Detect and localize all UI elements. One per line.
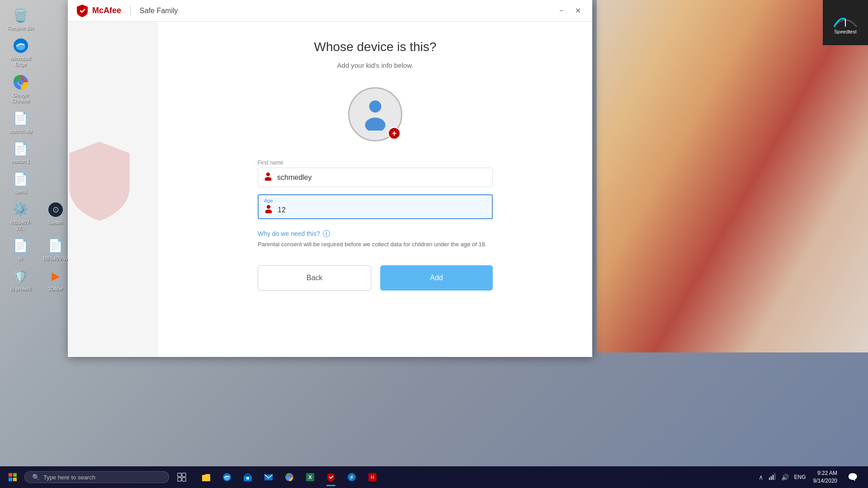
svg-point-8	[365, 117, 385, 131]
taskbar: 🔍 Type here to search	[0, 466, 868, 488]
page-title: Whose device is this?	[314, 40, 437, 54]
why-info-text: Parental consent will be required before…	[258, 240, 493, 249]
svg-point-11	[267, 205, 270, 209]
svg-rect-16	[9, 478, 12, 481]
back-button[interactable]: Back	[258, 265, 371, 291]
scitech-icon: 📄	[12, 109, 30, 127]
specs-icon: 📄	[12, 170, 30, 188]
tray-volume-icon[interactable]: 🔊	[779, 472, 791, 483]
specs-label: specs	[14, 189, 27, 195]
taskbar-search-icon: 🔍	[32, 474, 40, 481]
desktop-icon-recycle-bin[interactable]: 🗑️ Recycle Bin	[4, 4, 38, 34]
icon-row-rbs-steam: ⚙️ RBS40V-V2... ⊙ Steam	[4, 198, 72, 234]
icon-row-fs-rbs40v2: 📄 fs 📄 RBS40V-W	[4, 234, 72, 264]
scitech-label: scitech.dly	[9, 128, 32, 134]
mcafee-shield-icon	[75, 4, 90, 18]
window-content: Whose device is this? Add your kid's inf…	[68, 22, 592, 357]
taskbar-search-bar[interactable]: 🔍 Type here to search	[24, 471, 169, 483]
desktop-icon-3dmar[interactable]: ▶ 3DMar	[38, 264, 72, 295]
svg-point-12	[265, 210, 272, 213]
norton-icon: 📄	[12, 140, 30, 158]
taskbar-app-2[interactable]: H	[363, 467, 382, 487]
age-value[interactable]: 12	[278, 206, 486, 214]
svg-point-4	[18, 80, 24, 85]
3dmar-label: 3DMar	[48, 286, 63, 292]
taskbar-edge[interactable]	[217, 467, 237, 487]
rbs40v-icon: ⚙️	[12, 201, 30, 219]
tray-network-icon[interactable]	[767, 471, 778, 483]
title-product-text: Safe Family	[140, 7, 178, 15]
desktop-icon-specs[interactable]: 📄 specs	[4, 167, 38, 197]
svg-text:H: H	[371, 474, 374, 480]
taskbar-store[interactable]	[238, 467, 258, 487]
svg-rect-40	[774, 474, 775, 480]
start-button[interactable]	[2, 466, 24, 488]
taskbar-mcafee[interactable]	[321, 467, 341, 487]
minimize-button[interactable]: −	[554, 4, 569, 18]
svg-rect-38	[771, 476, 772, 480]
desktop-icon-rbs40v[interactable]: ⚙️ RBS40V-V2...	[4, 198, 38, 234]
desktop-icon-chrome[interactable]: Google Chrome	[4, 70, 38, 107]
info-icon[interactable]: i	[323, 230, 330, 237]
svg-point-7	[369, 100, 382, 113]
taskbar-excel[interactable]: X	[300, 467, 320, 487]
chrome-icon	[12, 73, 30, 91]
add-button[interactable]: Add	[380, 265, 493, 291]
desktop-icon-ts-protect[interactable]: 🛡️ ts protect	[4, 264, 38, 295]
svg-rect-19	[182, 473, 186, 477]
notification-button[interactable]: 🗨️	[843, 467, 863, 487]
desktop-icon-fs[interactable]: 📄 fs	[4, 234, 38, 264]
taskbar-apps: X ⚡ H	[196, 467, 756, 487]
svg-rect-21	[182, 478, 186, 481]
svg-rect-20	[178, 478, 181, 481]
taskbar-chrome[interactable]	[279, 467, 299, 487]
fs-icon: 📄	[12, 237, 30, 255]
desktop-icon-steam[interactable]: ⊙ Steam	[38, 198, 72, 234]
mcafee-window: McAfee Safe Family − ✕ Whose device is t…	[68, 0, 592, 357]
avatar-add-button[interactable]: +	[388, 127, 401, 140]
desktop-wallpaper	[597, 0, 868, 352]
edge-label: Microsoft Edge	[5, 56, 36, 67]
taskbar-app-1[interactable]: ⚡	[342, 467, 362, 487]
taskbar-file-explorer[interactable]	[196, 467, 216, 487]
mcafee-logo: McAfee	[75, 4, 121, 18]
steam-label: Steam	[48, 220, 63, 225]
desktop-icon-rbs40v2[interactable]: 📄 RBS40V-W	[38, 234, 72, 264]
mcafee-watermark-icon	[68, 138, 140, 241]
steam-icon: ⊙	[47, 201, 65, 219]
sidebar-panel	[68, 22, 158, 357]
task-view-button[interactable]	[172, 467, 192, 487]
taskbar-time[interactable]: 9:22 AM 9/14/2020	[810, 468, 841, 487]
speedtest-widget[interactable]: Speedtest	[823, 0, 868, 45]
first-name-input-row[interactable]: schmedley	[258, 168, 493, 187]
age-field-group[interactable]: Age 12	[258, 194, 493, 219]
avatar-container: +	[348, 87, 402, 141]
svg-rect-18	[178, 473, 181, 477]
svg-rect-26	[246, 477, 249, 479]
age-person-icon	[264, 204, 273, 216]
tray-chevron[interactable]: ∧	[757, 472, 765, 483]
page-subtitle: Add your kid's info below.	[337, 61, 414, 69]
svg-point-30	[288, 476, 291, 479]
why-link[interactable]: Why do we need this? i	[258, 230, 493, 237]
desktop-icon-edge[interactable]: Microsoft Edge	[4, 34, 38, 70]
svg-rect-14	[9, 473, 12, 477]
close-button[interactable]: ✕	[571, 4, 585, 18]
edge-icon	[12, 37, 30, 55]
desktop-icon-norton[interactable]: 📄 norton 1	[4, 137, 38, 167]
why-section: Why do we need this? i Parental consent …	[258, 230, 493, 249]
age-input-row: 12	[264, 204, 486, 216]
taskbar-search-text: Type here to search	[43, 474, 95, 481]
first-name-value[interactable]: schmedley	[277, 174, 487, 182]
fs-label: fs	[19, 256, 23, 262]
svg-text:⊙: ⊙	[52, 205, 59, 214]
recycle-bin-label: Recycle Bin	[7, 25, 33, 31]
taskbar-mail[interactable]	[259, 467, 278, 487]
svg-rect-22	[202, 475, 210, 481]
desktop-icon-scitech[interactable]: 📄 scitech.dly	[4, 107, 38, 137]
title-bar-controls: − ✕	[554, 4, 585, 18]
age-label: Age	[264, 198, 486, 203]
title-bar-logo: McAfee Safe Family	[75, 4, 554, 18]
tray-lang[interactable]: ENG	[793, 472, 808, 482]
ts-protect-label: ts protect	[10, 286, 31, 292]
